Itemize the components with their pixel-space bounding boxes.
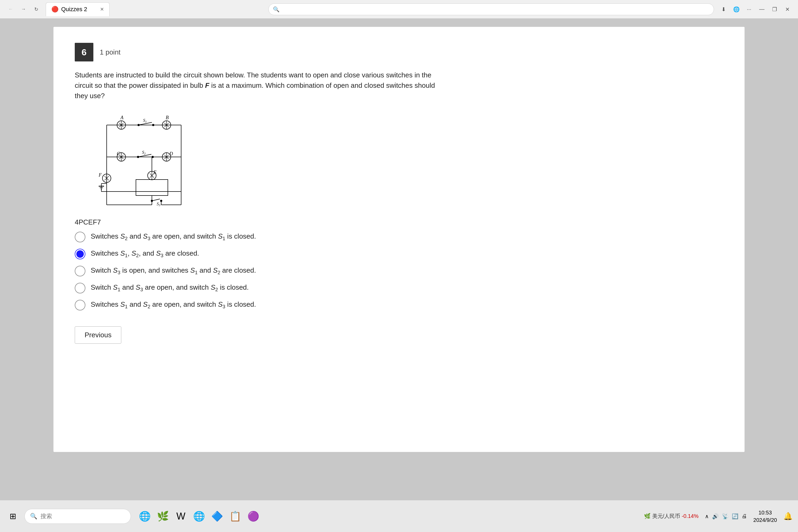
option-3[interactable]: Switch S3 is open, and switches S1 and S… xyxy=(75,266,723,277)
taskbar-search[interactable]: 🔍 xyxy=(24,509,131,524)
radio-2[interactable] xyxy=(75,249,86,259)
tab-close-button[interactable]: ✕ xyxy=(100,6,104,12)
start-button[interactable]: ⊞ xyxy=(5,509,20,524)
translate-button[interactable]: 🌐 xyxy=(731,4,742,15)
radio-3[interactable] xyxy=(75,266,86,277)
tray-icon-1: ∧ xyxy=(705,513,709,519)
svg-text:F: F xyxy=(98,172,102,178)
clock-date: 2024/9/20 xyxy=(753,516,777,524)
taskbar-search-input[interactable] xyxy=(40,513,125,520)
taskbar-right: 🌿 美元/人民币 -0.14% ∧ 🔊 📡 🔄 🖨 10:53 2024/9/2… xyxy=(644,509,793,524)
svg-text:C: C xyxy=(117,151,120,156)
taskbar-app-2[interactable]: 🌿 xyxy=(155,509,170,524)
close-button[interactable]: ✕ xyxy=(782,4,793,15)
option-4[interactable]: Switch S1 and S3 are open, and switch S2… xyxy=(75,283,723,293)
address-input[interactable] xyxy=(282,6,709,12)
taskbar-app-4[interactable]: 🌐 xyxy=(191,509,206,524)
currency-info: 🌿 美元/人民币 -0.14% xyxy=(644,513,699,520)
taskbar-icons: 🌐 🌿 W 🌐 🔷 📋 🟣 xyxy=(137,509,261,524)
chrome-icon[interactable]: 🌐 xyxy=(137,509,152,524)
tab-bar: 🔴 Quizzes 2 ✕ xyxy=(46,2,264,16)
back-button[interactable]: ← xyxy=(5,4,16,15)
option-4-text: Switch S1 and S3 are open, and switch S2… xyxy=(91,283,249,292)
svg-text:B: B xyxy=(166,115,169,120)
svg-rect-38 xyxy=(136,179,168,195)
svg-text:S1: S1 xyxy=(143,118,147,123)
notification-button[interactable]: 🔔 xyxy=(783,512,793,520)
radio-1[interactable] xyxy=(75,232,86,242)
browser-actions: ⬇ 🌐 ··· — ❐ ✕ xyxy=(718,4,793,15)
system-tray: ∧ 🔊 📡 🔄 🖨 xyxy=(705,513,747,519)
question-number: 6 xyxy=(75,43,93,61)
option-2[interactable]: Switches S1, S2, and S3 are closed. xyxy=(75,249,723,259)
radio-5[interactable] xyxy=(75,300,86,310)
option-5[interactable]: Switches S1 and S2 are open, and switch … xyxy=(75,300,723,310)
taskbar: ⊞ 🔍 🌐 🌿 W 🌐 🔷 📋 🟣 🌿 美元/人民币 -0.14% ∧ 🔊 📡 … xyxy=(0,500,798,532)
nav-buttons: ← → ↻ xyxy=(5,4,41,15)
tray-icon-4: 🔄 xyxy=(732,513,738,519)
address-bar[interactable]: 🔍 xyxy=(268,3,714,15)
taskbar-app-3[interactable]: W xyxy=(173,509,188,524)
question-header: 6 1 point xyxy=(75,43,723,61)
tab-title: Quizzes 2 xyxy=(61,6,87,13)
currency-name: 美元/人民币 xyxy=(652,513,680,519)
download-button[interactable]: ⬇ xyxy=(718,4,729,15)
option-2-text: Switches S1, S2, and S3 are closed. xyxy=(91,249,199,259)
option-3-text: Switch S3 is open, and switches S1 and S… xyxy=(91,266,256,276)
forward-button[interactable]: → xyxy=(18,4,29,15)
clock[interactable]: 10:53 2024/9/20 xyxy=(753,509,777,524)
svg-text:S2: S2 xyxy=(142,150,146,155)
tab-favicon: 🔴 xyxy=(51,6,58,13)
question-points: 1 point xyxy=(100,48,120,56)
restore-button[interactable]: ❐ xyxy=(769,4,780,15)
question-bold-italic: F xyxy=(205,81,209,89)
svg-text:E: E xyxy=(153,170,156,175)
circuit-svg: A B S1 xyxy=(91,109,203,210)
svg-text:D: D xyxy=(169,151,173,156)
previous-button[interactable]: Previous xyxy=(75,326,121,344)
circuit-diagram: A B S1 xyxy=(91,109,723,210)
browser-tab[interactable]: 🔴 Quizzes 2 ✕ xyxy=(46,2,110,16)
answer-label: 4PCEF7 xyxy=(75,218,723,226)
svg-text:S3: S3 xyxy=(157,202,160,207)
option-1-text: Switches S2 and S3 are open, and switch … xyxy=(91,232,256,242)
quiz-card: 6 1 point Students are instructed to bui… xyxy=(53,26,745,452)
taskbar-search-icon: 🔍 xyxy=(30,513,37,520)
currency-label: 🌿 xyxy=(644,513,652,519)
taskbar-app-7[interactable]: 🟣 xyxy=(246,509,261,524)
tray-icon-5: 🖨 xyxy=(742,513,747,519)
radio-4[interactable] xyxy=(75,283,86,293)
tray-icon-2: 🔊 xyxy=(712,513,719,519)
question-text: Students are instructed to build the cir… xyxy=(75,70,447,101)
option-1[interactable]: Switches S2 and S3 are open, and switch … xyxy=(75,232,723,242)
minimize-button[interactable]: — xyxy=(757,4,767,15)
options-list: Switches S2 and S3 are open, and switch … xyxy=(75,232,723,310)
content-area: 6 1 point Students are instructed to bui… xyxy=(0,19,798,500)
refresh-button[interactable]: ↻ xyxy=(31,4,41,15)
browser-chrome: ← → ↻ 🔴 Quizzes 2 ✕ 🔍 ⬇ 🌐 ··· — ❐ ✕ xyxy=(0,0,798,19)
more-button[interactable]: ··· xyxy=(744,4,754,15)
taskbar-app-5[interactable]: 🔷 xyxy=(210,509,225,524)
search-icon: 🔍 xyxy=(273,6,280,13)
option-5-text: Switches S1 and S2 are open, and switch … xyxy=(91,300,256,310)
currency-change: -0.14% xyxy=(682,513,699,519)
svg-text:A: A xyxy=(120,115,124,120)
radio-inner-2 xyxy=(76,250,84,258)
svg-line-48 xyxy=(152,199,160,201)
taskbar-app-6[interactable]: 📋 xyxy=(228,509,243,524)
clock-time: 10:53 xyxy=(753,509,777,516)
tray-icon-3: 📡 xyxy=(722,513,728,519)
